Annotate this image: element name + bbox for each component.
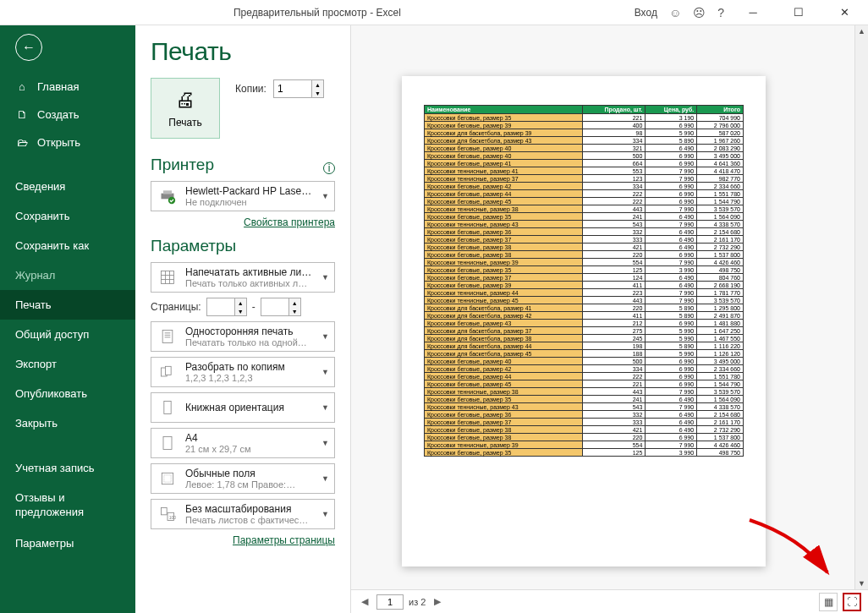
svg-rect-14	[164, 402, 171, 414]
copies-up[interactable]: ▲	[311, 80, 323, 89]
nav-save[interactable]: Сохранить	[0, 201, 135, 231]
titlebar: Предварительный просмотр - Excel Вход ☺ …	[0, 0, 868, 25]
printer-select[interactable]: Hewlett-Packard HP LaserJe… Не подключен…	[151, 181, 335, 211]
copies-down[interactable]: ▼	[311, 89, 323, 97]
backstage-sidebar: ← ⌂Главная 🗋Создать 🗁Открыть Сведения Со…	[0, 25, 135, 613]
nav-export[interactable]: Экспорт	[0, 349, 135, 379]
nav-info[interactable]: Сведения	[0, 172, 135, 201]
chevron-down-icon: ▼	[321, 273, 329, 282]
svg-point-2	[168, 197, 175, 204]
copies-label: Копии:	[235, 83, 266, 95]
printer-icon: 🖨	[175, 88, 195, 112]
svg-rect-3	[162, 271, 174, 284]
nav-close[interactable]: Закрыть	[0, 408, 135, 438]
print-settings-panel: Печать 🖨 Печать Копии: ▲▼ Принтер i Hewl…	[135, 25, 350, 613]
window-title: Предварительный просмотр - Excel	[0, 7, 635, 19]
page-from[interactable]: ▲▼	[206, 298, 247, 316]
close-button[interactable]: ✕	[827, 1, 861, 25]
chevron-down-icon: ▼	[321, 332, 329, 341]
maximize-button[interactable]: ☐	[782, 1, 816, 25]
portrait-icon	[157, 397, 179, 419]
pages-range: Страницы: ▲▼ - ▲▼	[151, 298, 335, 316]
nav-options[interactable]: Параметры	[0, 528, 135, 558]
page-setup-link[interactable]: Параметры страницы	[151, 534, 335, 546]
help-icon[interactable]: ?	[717, 6, 724, 19]
one-side-icon	[157, 326, 179, 348]
nav-publish[interactable]: Опубликовать	[0, 379, 135, 408]
chevron-down-icon: ▼	[321, 403, 329, 412]
printer-status-icon	[157, 185, 179, 207]
svg-rect-16	[162, 473, 173, 484]
new-icon: 🗋	[15, 108, 29, 121]
printer-heading: Принтер	[151, 156, 335, 174]
vertical-scrollbar[interactable]: ▲ ▼	[854, 25, 868, 589]
info-icon[interactable]: i	[323, 162, 335, 174]
nav-create[interactable]: 🗋Создать	[0, 101, 135, 129]
collate-select[interactable]: Разобрать по копиям1,2,3 1,2,3 1,2,3 ▼	[151, 357, 335, 387]
nav-feedback[interactable]: Отзывы и предложения	[0, 483, 135, 528]
current-page-input[interactable]	[376, 594, 404, 610]
margins-icon	[157, 468, 179, 490]
preview-footer: ◀ из 2 ▶ ▦ ⛶	[351, 589, 868, 613]
print-preview: НаименованиеПродано, шт.Цена, руб.Итого …	[350, 25, 868, 613]
svg-text:100: 100	[169, 515, 176, 520]
nav-open[interactable]: 🗁Открыть	[0, 129, 135, 156]
chevron-down-icon: ▼	[321, 368, 329, 376]
preview-table: НаименованиеПродано, шт.Цена, руб.Итого …	[424, 105, 744, 457]
margins-select[interactable]: Обычные поляЛевое: 1,78 см Правое:… ▼	[151, 463, 335, 494]
chevron-down-icon: ▼	[321, 439, 329, 447]
show-margins-button[interactable]: ▦	[819, 593, 838, 611]
page-title: Печать	[151, 37, 335, 66]
chevron-down-icon: ▼	[321, 192, 329, 200]
scroll-down-icon[interactable]: ▼	[856, 577, 867, 589]
back-button[interactable]: ←	[15, 34, 42, 61]
svg-rect-18	[162, 508, 168, 515]
paper-icon	[157, 432, 179, 454]
svg-rect-8	[162, 331, 173, 343]
copies-input[interactable]	[274, 80, 311, 97]
frown-icon[interactable]: ☹	[693, 6, 706, 19]
nav-share[interactable]: Общий доступ	[0, 320, 135, 349]
copies-spinbox[interactable]: ▲▼	[273, 79, 324, 98]
sides-select[interactable]: Односторонняя печатьПечатать только на о…	[151, 321, 335, 352]
preview-page: НаименованиеПродано, шт.Цена, руб.Итого …	[402, 76, 766, 566]
nav-home[interactable]: ⌂Главная	[0, 73, 135, 101]
svg-rect-13	[166, 366, 172, 375]
collate-icon	[157, 361, 179, 383]
home-icon: ⌂	[15, 80, 29, 93]
scroll-up-icon[interactable]: ▲	[856, 25, 867, 37]
nav-account[interactable]: Учетная запись	[0, 453, 135, 483]
zoom-to-page-button[interactable]: ⛶	[843, 593, 861, 611]
nav-print[interactable]: Печать	[0, 290, 135, 320]
print-what-select[interactable]: Напечатать активные листыПечать только а…	[151, 262, 335, 293]
smile-icon[interactable]: ☺	[669, 6, 681, 19]
page-to[interactable]: ▲▼	[261, 298, 301, 316]
print-button[interactable]: 🖨 Печать	[151, 78, 220, 139]
params-heading: Параметры	[151, 237, 335, 255]
chevron-down-icon: ▼	[321, 474, 329, 483]
chevron-down-icon: ▼	[321, 510, 329, 518]
next-page-button[interactable]: ▶	[431, 596, 444, 607]
sheets-icon	[157, 266, 179, 288]
login-link[interactable]: Вход	[635, 7, 657, 19]
nav-journal: Журнал	[0, 260, 135, 290]
paper-select[interactable]: A421 см x 29,7 см ▼	[151, 428, 335, 458]
svg-rect-1	[163, 190, 172, 194]
scaling-icon: 100	[157, 503, 179, 525]
prev-page-button[interactable]: ◀	[358, 596, 371, 607]
scaling-select[interactable]: 100 Без масштабированияПечать листов с ф…	[151, 499, 335, 529]
svg-rect-15	[163, 437, 172, 450]
orientation-select[interactable]: Книжная ориентация ▼	[151, 392, 335, 423]
nav-saveas[interactable]: Сохранить как	[0, 231, 135, 260]
printer-properties-link[interactable]: Свойства принтера	[151, 216, 335, 228]
page-count-label: из 2	[409, 597, 426, 607]
minimize-button[interactable]: ─	[736, 1, 770, 25]
open-icon: 🗁	[15, 136, 29, 149]
